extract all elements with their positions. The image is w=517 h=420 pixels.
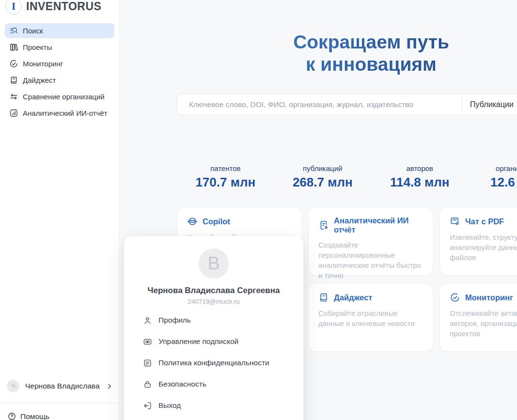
sidebar-user-name: Чернова Владислава bbox=[25, 382, 100, 390]
search-input[interactable] bbox=[177, 94, 462, 115]
card-monitoring[interactable]: Мониторинг Отслеживайте активность автор… bbox=[439, 283, 517, 352]
svg-text:PDF: PDF bbox=[453, 219, 457, 221]
hero-title-line2: к инновациям bbox=[177, 53, 517, 76]
card-title: Аналитический ИИ отчёт bbox=[334, 216, 423, 234]
sidebar-item-analytical-ai-report[interactable]: Аналитический ИИ-отчёт bbox=[5, 106, 114, 121]
monitoring-circle-icon bbox=[450, 292, 460, 303]
menu-item-security[interactable]: Безопасность bbox=[143, 373, 294, 395]
lock-icon bbox=[143, 380, 152, 389]
sidebar-item-compare-organizations[interactable]: Сравнение организаций bbox=[5, 89, 114, 104]
profile-popup: В Чернова Владислава Сергеевна 240719@mu… bbox=[124, 236, 303, 420]
profile-name: Чернова Владислава Сергеевна bbox=[124, 286, 303, 296]
stat-label: авторов bbox=[371, 164, 469, 172]
card-digest[interactable]: Дайджест Собирайте отраслевые данные и к… bbox=[308, 283, 433, 352]
avatar: Ч bbox=[7, 380, 19, 392]
brand-logo: I INVENTORUS bbox=[0, 0, 119, 17]
chevron-right-icon bbox=[106, 383, 113, 390]
pdf-chat-icon: PDF bbox=[450, 216, 460, 227]
sidebar-divider bbox=[0, 403, 120, 403]
projects-icon bbox=[9, 43, 18, 52]
sidebar-item-digest[interactable]: Дайджест bbox=[5, 73, 114, 88]
sidebar-item-label: Проекты bbox=[23, 43, 52, 51]
help-label: Помощь bbox=[20, 412, 49, 420]
digest-book-icon bbox=[318, 292, 329, 303]
brand-logo-letter: I bbox=[12, 1, 16, 12]
sidebar-item-label: Дайджест bbox=[23, 76, 56, 84]
sidebar-item-label: Аналитический ИИ-отчёт bbox=[23, 109, 108, 117]
menu-item-label: Управление подпиской bbox=[158, 337, 238, 346]
menu-item-label: Безопасность bbox=[158, 380, 206, 389]
stat-label: публикаций bbox=[274, 164, 372, 172]
menu-item-subscription[interactable]: Управление подпиской bbox=[143, 331, 294, 352]
search-bar: Публикации bbox=[177, 93, 517, 115]
menu-item-privacy-policy[interactable]: Политика конфиденциальности bbox=[143, 352, 294, 373]
sidebar-user-button[interactable]: Ч Чернова Владислава bbox=[7, 379, 113, 393]
ai-report-document-icon bbox=[318, 220, 329, 231]
card-description: Отслеживайте активность авторов, организ… bbox=[450, 308, 517, 339]
profile-email: 240719@muctr.ru bbox=[124, 298, 303, 305]
stat-value: 114.8 млн bbox=[371, 175, 469, 190]
bar-chart-icon bbox=[9, 109, 18, 118]
monitoring-icon bbox=[9, 59, 18, 68]
user-icon bbox=[143, 316, 152, 325]
card-analytical-ai-report[interactable]: Аналитический ИИ отчёт Создавайте персон… bbox=[308, 207, 433, 276]
stat-organizations: организаций 12.6 млн bbox=[469, 164, 517, 190]
card-title: Copilot bbox=[203, 217, 230, 226]
card-description: Собирайте отраслевые данные и ключевые н… bbox=[318, 308, 423, 328]
digest-icon bbox=[9, 76, 18, 85]
help-button[interactable]: Помощь bbox=[7, 412, 49, 420]
stat-label: организаций bbox=[469, 164, 517, 172]
stat-value: 170.7 млн bbox=[177, 175, 274, 190]
sidebar-item-monitoring[interactable]: Мониторинг bbox=[5, 56, 114, 71]
search-scope-select[interactable]: Публикации bbox=[462, 100, 517, 109]
sidebar-item-projects[interactable]: Проекты bbox=[5, 40, 114, 55]
card-title: Дайджест bbox=[334, 293, 372, 302]
menu-item-profile[interactable]: Профиль bbox=[143, 310, 294, 331]
card-description: Извлекайте, структурируйте, анализируйте… bbox=[450, 232, 517, 263]
sidebar-item-label: Поиск bbox=[23, 27, 43, 35]
stat-patents: патентов 170.7 млн bbox=[177, 164, 274, 190]
brand-name: INVENTORUS bbox=[26, 0, 101, 13]
menu-item-label: Профиль bbox=[158, 316, 191, 325]
policy-document-icon bbox=[143, 358, 152, 368]
card-pdf-chat[interactable]: PDF Чат с PDF Извлекайте, структурируйте… bbox=[439, 207, 517, 276]
copilot-robot-icon bbox=[187, 216, 198, 227]
logout-icon bbox=[143, 401, 152, 410]
stat-authors: авторов 114.8 млн bbox=[371, 164, 469, 190]
profile-menu: Профиль Управление подпиской Политика ко… bbox=[124, 310, 303, 416]
compare-arrows-icon bbox=[9, 92, 18, 101]
stat-label: патентов bbox=[177, 164, 274, 172]
stats-row: патентов 170.7 млн публикаций 268.7 млн … bbox=[177, 164, 517, 190]
sidebar-item-label: Мониторинг bbox=[23, 60, 63, 68]
sidebar-item-search[interactable]: Поиск bbox=[5, 23, 114, 38]
card-title: Мониторинг bbox=[465, 293, 513, 302]
menu-item-label: Политика конфиденциальности bbox=[158, 358, 269, 367]
hero: Сокращаем путь к инновациям bbox=[177, 31, 517, 76]
help-icon bbox=[7, 412, 16, 420]
search-scope-value: Публикации bbox=[470, 100, 514, 109]
sidebar-nav: Поиск Проекты Мониторинг bbox=[0, 23, 119, 121]
card-title: Чат с PDF bbox=[465, 217, 504, 226]
stat-value: 12.6 млн bbox=[469, 175, 517, 190]
card-description: Создавайте персонализированные аналитиче… bbox=[318, 240, 423, 280]
stat-value: 268.7 млн bbox=[274, 175, 372, 190]
stat-publications: публикаций 268.7 млн bbox=[274, 164, 372, 190]
search-icon bbox=[9, 26, 18, 35]
brand-logo-icon: I bbox=[5, 0, 22, 15]
hero-title-line1: Сокращаем путь bbox=[177, 31, 517, 53]
menu-item-logout[interactable]: Выход bbox=[143, 395, 294, 416]
sidebar-item-label: Сравнение организаций bbox=[23, 93, 105, 101]
menu-item-label: Выход bbox=[158, 401, 181, 410]
subscription-card-icon bbox=[143, 337, 152, 346]
avatar: В bbox=[199, 249, 229, 279]
sidebar: I INVENTORUS Поиск Проекты bbox=[0, 0, 120, 420]
